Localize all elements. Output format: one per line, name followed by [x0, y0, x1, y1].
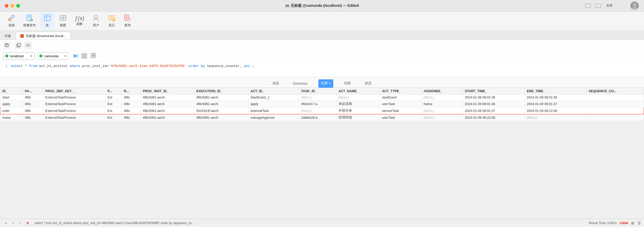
copy-button[interactable] [15, 42, 22, 49]
connection-selector[interactable]: localhost ▼ [3, 52, 35, 60]
toolbar-user-label: 用户 [93, 23, 99, 28]
other-icon [108, 14, 115, 23]
tab-info-label: 信息 [272, 81, 279, 85]
layout-toggle-button[interactable] [595, 4, 601, 8]
tab-summary[interactable]: Summary [290, 80, 310, 87]
tab-query-editor[interactable]: 无标题 @camunda (local... [16, 32, 71, 40]
tab-bar: 对象 无标题 @camunda (local... [0, 30, 644, 40]
tab-info[interactable]: 信息 [270, 79, 282, 88]
svg-point-20 [94, 15, 98, 18]
table-row[interactable]: apply4f8cExternalTaskProcessExt4f8c4f8c5… [0, 101, 644, 107]
col-proc-def-key: PROC_DEF_KEY_ [43, 88, 105, 95]
table-cell [587, 114, 644, 121]
svg-point-0 [633, 3, 636, 7]
svg-rect-37 [18, 43, 20, 46]
svg-rect-32 [128, 18, 130, 21]
col-execution-id: EXECUTION_ID_ [194, 88, 248, 95]
table-cell: ExternalTaskProcess [43, 95, 105, 101]
format-button[interactable] [24, 42, 32, 49]
svg-rect-43 [91, 56, 93, 58]
line-number-1: 1 [0, 64, 10, 68]
col-task-id: TASK_ID_ [299, 88, 336, 95]
toolbar-connect[interactable]: 连接 [4, 13, 19, 29]
status-remove-button[interactable]: − [10, 220, 16, 226]
table-cell: 4f8c5081-aec5- [141, 95, 194, 101]
main-toolbar: 连接 新建查询 表 [0, 12, 644, 30]
database-selector[interactable]: camunda ▼ [37, 52, 69, 60]
col-seq-co: SEQUENCE_CO... [587, 88, 644, 95]
table-cell: 5031913f-aec5- [194, 107, 248, 114]
svg-rect-44 [94, 56, 96, 58]
table-row[interactable]: Start4f8cExternalTaskProcessExt4f8c4f8c5… [0, 95, 644, 101]
maximize-button[interactable] [16, 4, 20, 8]
tab-objects[interactable]: 对象 [0, 32, 16, 40]
user-avatar-area[interactable] [630, 2, 639, 10]
sidebar-toggle-button[interactable] [585, 4, 591, 8]
toolbar-query[interactable]: 查询 [120, 13, 135, 29]
result-tabs: 信息 Summary 结果 1 剖析 状态 [0, 77, 644, 88]
status-add-button[interactable]: + [3, 220, 8, 226]
svg-point-5 [9, 19, 10, 20]
table-cell: exter [0, 107, 23, 114]
avatar[interactable] [630, 2, 639, 10]
toolbar-other[interactable]: 其它 [104, 13, 119, 29]
toolbar-function[interactable]: ƒ(x) 函数 [71, 14, 88, 28]
minimize-button[interactable] [10, 4, 14, 8]
toolbar-user[interactable]: 用户 [89, 13, 103, 29]
tab-db-icon [20, 34, 24, 38]
close-button[interactable] [5, 4, 8, 8]
table-cell: 4f8c5081-aec5- [194, 95, 248, 101]
run-button[interactable] [71, 52, 79, 60]
status-check-button[interactable]: ✓ [18, 220, 23, 226]
table-cell: StartEvent_1 [248, 95, 299, 101]
table-cell: ExternalTaskProcess [43, 114, 105, 121]
tab-result1[interactable]: 结果 1 [318, 79, 333, 88]
user-icon [92, 14, 100, 23]
stop-button[interactable] [81, 53, 87, 59]
table-cell: 4f8c [122, 107, 141, 114]
connection-select[interactable]: localhost [3, 52, 35, 60]
status-cancel-button[interactable]: ✗ [25, 220, 30, 226]
database-select[interactable]: camunda [37, 52, 69, 60]
toolbar-table[interactable]: 表 [40, 13, 55, 29]
table-cell: 2024-01-09 08:01:36 [524, 95, 586, 101]
table-cell: externalTask [248, 107, 299, 114]
tab-status[interactable]: 状态 [362, 79, 374, 88]
toolbar-connect-label: 连接 [8, 23, 15, 28]
save-button[interactable] [3, 42, 10, 49]
table-cell: 4f8c [23, 101, 43, 107]
table-cell: 2024-01-09 08:01:36 [463, 95, 524, 101]
data-table-wrapper[interactable]: ID_ PA... PROC_DEF_KEY_ P... R... PROC_I… [0, 88, 644, 121]
tab-profile[interactable]: 剖析 [342, 79, 354, 88]
grid-view-icon[interactable]: ⊞ [631, 221, 634, 225]
table-cell: Ext [105, 101, 122, 107]
table-cell: 2024-01-09 08:01:37 [524, 101, 586, 107]
sql-editor[interactable]: 1 select * from act_hi_actinst where pro… [0, 61, 644, 77]
svg-rect-34 [6, 44, 8, 45]
explain-button[interactable] [90, 52, 97, 60]
toolbar-function-label: 函数 [76, 22, 83, 26]
action-bar [0, 40, 644, 51]
tab-result1-label: 结果 1 [321, 81, 331, 85]
status-sql-preview: select * from act_hi_actinst where proc_… [35, 221, 585, 225]
result-time: Result Time: 0.001s [589, 221, 617, 225]
svg-point-17 [63, 18, 63, 18]
table-cell: ExternalTaskProcess [43, 107, 105, 114]
toolbar-query-label: 查询 [124, 23, 131, 28]
tab-profile-label: 剖析 [344, 81, 351, 85]
toolbar-new-query[interactable]: 新建查询 [20, 13, 39, 29]
table-row[interactable]: exter4f8cExternalTaskProcessExt4f8c4f8c5… [0, 107, 644, 114]
tab-query-editor-label: 无标题 @camunda (local... [25, 34, 66, 38]
toolbar-view[interactable]: 视图 [56, 13, 70, 29]
table-row[interactable]: mana4f8cExternalTaskProcessExt4f8c4f8c50… [0, 114, 644, 121]
view-controls: 查看 [585, 3, 613, 8]
view-label: 查看 [606, 3, 613, 8]
svg-rect-41 [91, 53, 93, 55]
table-cell: ExternalTaskProcess [43, 101, 105, 107]
table-cell [587, 107, 644, 114]
col-r: R... [122, 88, 141, 95]
list-view-icon[interactable]: ☰ [637, 221, 641, 225]
table-cell: (NULL) [524, 114, 586, 121]
table-cell: 发起流程 [336, 101, 380, 107]
svg-line-4 [11, 17, 12, 19]
